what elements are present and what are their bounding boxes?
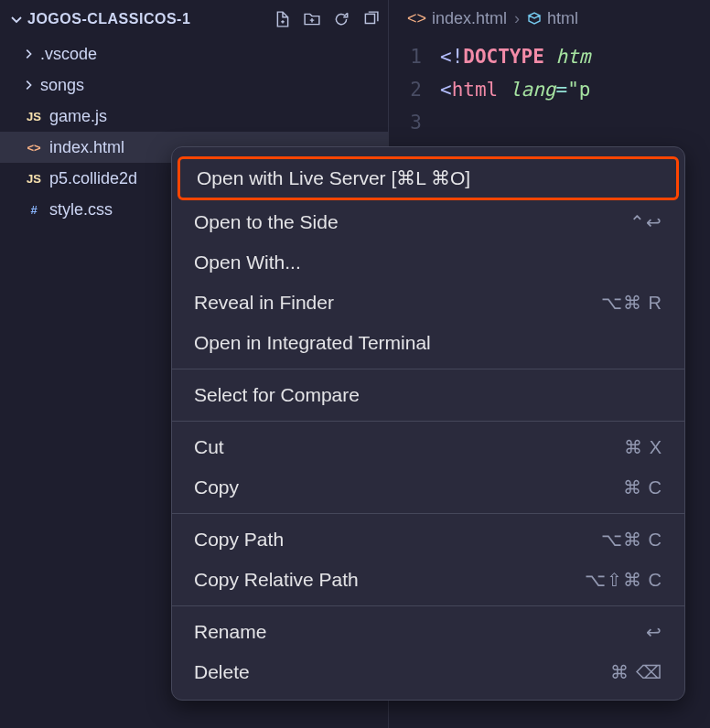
menu-item[interactable]: Open with Live Server [⌘L ⌘O] bbox=[178, 156, 679, 200]
folder-item-vscode[interactable]: .vscode bbox=[0, 38, 388, 70]
breadcrumb: <> index.html › html bbox=[389, 0, 710, 37]
menu-item-label: Open to the Side bbox=[194, 211, 339, 233]
line-number: 1 bbox=[389, 40, 422, 73]
menu-item-shortcut: ⌥⇧⌘ C bbox=[585, 569, 662, 591]
menu-item-shortcut: ⌘ C bbox=[623, 476, 662, 498]
menu-item-shortcut: ⌘ ⌫ bbox=[610, 661, 662, 683]
folder-label: songs bbox=[40, 76, 84, 95]
new-folder-icon[interactable] bbox=[304, 11, 320, 27]
menu-item[interactable]: Copy Relative Path⌥⇧⌘ C bbox=[172, 560, 684, 600]
file-label: index.html bbox=[49, 138, 124, 157]
breadcrumb-separator: › bbox=[514, 9, 520, 28]
menu-separator bbox=[172, 369, 684, 369]
menu-separator bbox=[172, 605, 684, 606]
line-number: 2 bbox=[389, 73, 422, 106]
breadcrumb-symbol-label: html bbox=[547, 9, 578, 28]
menu-item-label: Select for Compare bbox=[194, 384, 360, 406]
collapse-all-icon[interactable] bbox=[362, 11, 379, 27]
breadcrumb-file-label: index.html bbox=[432, 9, 507, 28]
menu-item-shortcut: ⌥⌘ C bbox=[601, 529, 662, 551]
menu-item[interactable]: Cut⌘ X bbox=[172, 427, 684, 467]
menu-item[interactable]: Rename↩ bbox=[172, 612, 684, 652]
menu-separator bbox=[172, 513, 684, 514]
menu-item-label: Copy Path bbox=[194, 529, 284, 551]
file-item-game-js[interactable]: JS game.js bbox=[0, 101, 388, 132]
menu-item-label: Open With... bbox=[194, 252, 301, 273]
svg-rect-0 bbox=[365, 14, 374, 23]
chevron-down-icon[interactable] bbox=[9, 12, 24, 27]
file-label: style.css bbox=[49, 200, 113, 219]
context-menu: Open with Live Server [⌘L ⌘O]Open to the… bbox=[171, 146, 685, 701]
menu-item-shortcut: ⌥⌘ R bbox=[601, 292, 662, 314]
chevron-right-icon bbox=[22, 48, 35, 60]
menu-item-label: Copy Relative Path bbox=[194, 569, 359, 591]
menu-item-shortcut: ⌃↩ bbox=[629, 211, 662, 233]
explorer-header: JOGOS-CLASSICOS-1 bbox=[0, 0, 388, 38]
menu-item-shortcut: ⌘ X bbox=[624, 436, 662, 458]
js-file-icon: JS bbox=[24, 172, 44, 186]
chevron-right-icon bbox=[22, 79, 35, 91]
menu-item[interactable]: Open to the Side⌃↩ bbox=[172, 202, 684, 242]
menu-item-label: Open in Integrated Terminal bbox=[194, 332, 431, 354]
code-line: <html lang="p bbox=[440, 73, 710, 106]
menu-item[interactable]: Open in Integrated Terminal bbox=[172, 323, 684, 363]
menu-item[interactable]: Reveal in Finder⌥⌘ R bbox=[172, 283, 684, 323]
line-number: 3 bbox=[389, 106, 422, 139]
menu-item[interactable]: Copy Path⌥⌘ C bbox=[172, 519, 684, 560]
menu-item-label: Reveal in Finder bbox=[194, 292, 334, 314]
menu-item-label: Copy bbox=[194, 476, 239, 498]
html-file-icon: <> bbox=[24, 141, 44, 155]
html-file-icon: <> bbox=[407, 9, 426, 28]
menu-item[interactable]: Open With... bbox=[172, 242, 684, 283]
refresh-icon[interactable] bbox=[333, 11, 350, 27]
js-file-icon: JS bbox=[24, 110, 44, 123]
menu-item-label: Rename bbox=[194, 621, 266, 643]
breadcrumb-symbol[interactable]: html bbox=[527, 9, 578, 28]
file-label: p5.collide2d bbox=[49, 169, 137, 188]
menu-item-label: Delete bbox=[194, 661, 250, 683]
symbol-icon bbox=[527, 11, 542, 26]
menu-item[interactable]: Select for Compare bbox=[172, 375, 684, 415]
menu-item[interactable]: Delete⌘ ⌫ bbox=[172, 652, 684, 692]
menu-separator bbox=[172, 421, 684, 422]
project-title: JOGOS-CLASSICOS-1 bbox=[27, 11, 274, 27]
css-file-icon: # bbox=[24, 203, 44, 217]
folder-item-songs[interactable]: songs bbox=[0, 70, 388, 101]
new-file-icon[interactable] bbox=[274, 11, 291, 27]
menu-item-shortcut: ↩ bbox=[646, 621, 662, 643]
code-line: <!DOCTYPE htm bbox=[440, 40, 710, 73]
breadcrumb-file[interactable]: <> index.html bbox=[407, 9, 507, 28]
menu-item-label: Cut bbox=[194, 436, 224, 458]
folder-label: .vscode bbox=[40, 45, 97, 64]
file-label: game.js bbox=[49, 107, 107, 126]
menu-item-label: Open with Live Server [⌘L ⌘O] bbox=[197, 167, 470, 189]
menu-item[interactable]: Copy⌘ C bbox=[172, 467, 684, 508]
